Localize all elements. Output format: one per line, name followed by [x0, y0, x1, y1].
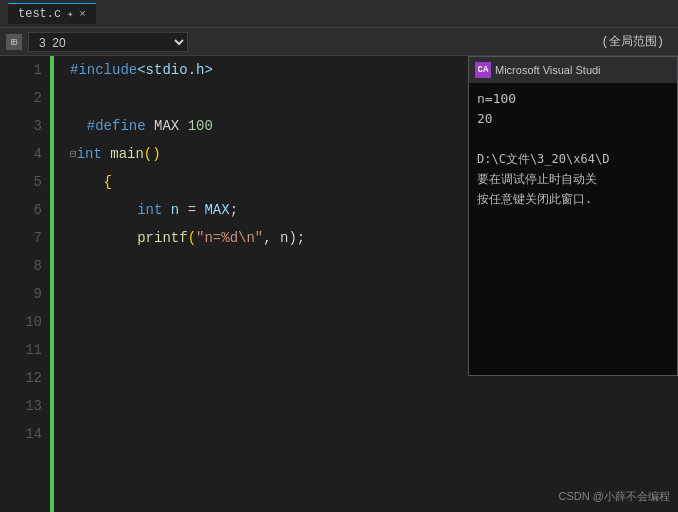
scope-dropdown[interactable]: 3_20 [28, 32, 188, 52]
watermark: CSDN @小薛不会编程 [559, 489, 670, 504]
token: ( [188, 224, 196, 252]
title-bar: test.c ✦ × [0, 0, 678, 28]
console-line-5: 要在调试停止时自动关 [477, 169, 669, 189]
toolbar: ⊞ 3_20 (全局范围) [0, 28, 678, 56]
code-line-14 [70, 420, 678, 448]
token: int [137, 196, 162, 224]
pin-icon: ✦ [67, 8, 73, 20]
console-title-bar: CA Microsoft Visual Studi [469, 57, 677, 83]
line-numbers: 1 2 3 4 5 6 7 8 9 10 11 12 13 14 [0, 56, 50, 512]
token: #define [87, 112, 146, 140]
console-line-2: 20 [477, 109, 669, 129]
toolbar-icon: ⊞ [6, 34, 22, 50]
token: 100 [188, 112, 213, 140]
close-tab-button[interactable]: × [79, 8, 86, 20]
console-title-text: Microsoft Visual Studi [495, 64, 601, 76]
console-line-4: D:\C文件\3_20\x64\D [477, 149, 669, 169]
token: main [110, 140, 144, 168]
token: ; [230, 196, 238, 224]
token: MAX [204, 196, 229, 224]
editor-container: 1 2 3 4 5 6 7 8 9 10 11 12 13 14 #includ… [0, 56, 678, 512]
green-accent-bar [50, 56, 54, 512]
scope-label: (全局范围) [602, 33, 664, 50]
token [102, 140, 110, 168]
collapse-icon: ⊟ [70, 140, 77, 168]
token: { [104, 168, 112, 196]
token: n [171, 196, 179, 224]
file-tab[interactable]: test.c ✦ × [8, 3, 96, 24]
file-tab-label: test.c [18, 7, 61, 21]
token: "n=%d\n" [196, 224, 263, 252]
token [70, 112, 87, 140]
token [70, 196, 137, 224]
console-line-1: n=100 [477, 89, 669, 109]
console-line-6: 按任意键关闭此窗口. [477, 189, 669, 209]
vs-icon-label: CA [478, 65, 489, 75]
token [162, 196, 170, 224]
token: MAX [146, 112, 188, 140]
token: printf [137, 224, 187, 252]
console-popup: CA Microsoft Visual Studi n=100 20 D:\C文… [468, 56, 678, 376]
token [70, 168, 104, 196]
token: = [179, 196, 204, 224]
code-line-13 [70, 392, 678, 420]
token: int [77, 140, 102, 168]
token [70, 224, 137, 252]
console-line-3 [477, 129, 669, 149]
token: #include [70, 56, 137, 84]
token: , n); [263, 224, 305, 252]
vs-icon: CA [475, 62, 491, 78]
token: () [144, 140, 161, 168]
token: <stdio.h> [137, 56, 213, 84]
console-body: n=100 20 D:\C文件\3_20\x64\D 要在调试停止时自动关 按任… [469, 83, 677, 375]
